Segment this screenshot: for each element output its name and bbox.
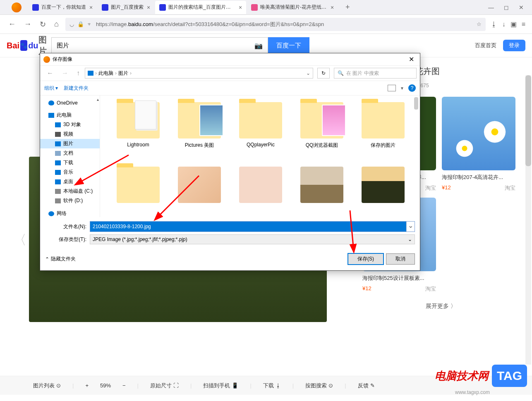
zoom-out-button[interactable]: − <box>122 382 126 389</box>
save-page-icon[interactable]: ⭳ <box>491 21 497 28</box>
shield-icon[interactable]: ◡ <box>69 21 74 27</box>
close-icon[interactable]: × <box>147 4 150 11</box>
downloads-icon[interactable]: ↓ <box>502 21 506 28</box>
cancel-button[interactable]: 取消 <box>386 253 415 265</box>
chevron-down-icon[interactable]: ⌄ <box>406 222 415 232</box>
file-item[interactable] <box>108 165 169 217</box>
address-bar[interactable]: ◡ 🔒 ᯤ https://image.baidu.com/search/det… <box>65 18 486 31</box>
sidebar-downloads[interactable]: 下载 <box>40 158 100 167</box>
file-item[interactable]: 保存的图片 <box>352 100 414 165</box>
scrollbar[interactable] <box>414 97 418 110</box>
hide-folders-toggle[interactable]: ⌃ 隐藏文件夹 <box>45 255 76 263</box>
filetype-select[interactable]: JPEG Image (*.jpg;*.jpeg;*.jfif;*.pjpeg;… <box>90 234 415 244</box>
view-mode-button[interactable] <box>388 85 396 91</box>
file-item[interactable]: Lightroom <box>108 100 169 165</box>
scan-mobile-button[interactable]: 扫描到手机 📱 <box>203 382 238 389</box>
sidebar-video[interactable]: 视频 <box>40 129 100 139</box>
reload-button[interactable]: ↻ <box>38 18 48 31</box>
dialog-sidebar: ▴ OneDrive 此电脑 3D 对象 视频 图片 文档 下载 音乐 桌面 本… <box>40 95 100 217</box>
baidu-home-link[interactable]: 百度首页 <box>475 42 496 49</box>
filename-input[interactable]: 210402103339-8-1200.jpg <box>90 222 406 232</box>
camera-icon[interactable]: 📷 <box>249 42 268 50</box>
file-item[interactable] <box>352 165 414 217</box>
permissions-icon[interactable]: ᯤ <box>87 21 93 27</box>
close-icon[interactable]: × <box>331 4 334 11</box>
save-button[interactable]: 保存(S) <box>348 253 383 265</box>
file-item[interactable] <box>291 165 352 217</box>
back-button[interactable]: ← <box>7 18 17 30</box>
tab-2[interactable]: 图片的搜索结果_百度图片搜索 × <box>155 1 246 14</box>
baidu-logo[interactable]: Bai🐾du图片 <box>7 38 48 53</box>
nav-up-button[interactable]: ↑ <box>73 68 83 79</box>
dialog-search-input[interactable]: 🔍 在 图片 中搜索 <box>334 68 417 79</box>
sidebar-onedrive[interactable]: OneDrive <box>40 99 100 107</box>
bookmark-icon[interactable]: ☆ <box>477 21 482 27</box>
file-item[interactable] <box>230 165 291 217</box>
tab-1[interactable]: 图片_百度搜索 × <box>98 1 154 14</box>
login-button[interactable]: 登录 <box>503 40 525 51</box>
scroll-up-icon[interactable]: ▴ <box>97 97 99 102</box>
search-box: 📷 <box>51 37 268 54</box>
organize-button[interactable]: 组织 ▾ <box>44 85 58 92</box>
sidebar-disk-d[interactable]: 软件 (D:) <box>40 196 100 205</box>
folder-icon <box>117 102 160 138</box>
search-by-image-button[interactable]: 按图搜索 ⊙ <box>305 382 333 389</box>
image-list-button[interactable]: 图片列表 ⊙ <box>33 382 61 389</box>
menu-icon[interactable]: ≡ <box>522 21 525 28</box>
feedback-button[interactable]: 反馈 ✎ <box>358 382 375 389</box>
sidebar-pc[interactable]: 此电脑 <box>40 110 100 120</box>
sidebar-music[interactable]: 音乐 <box>40 167 100 177</box>
sidebar-network[interactable]: 网络 <box>40 209 100 217</box>
chevron-down-icon[interactable]: ▼ <box>400 86 404 91</box>
tab-3[interactable]: 唯美高清雏菊图片-花卉壁纸-高 × <box>247 1 338 14</box>
close-icon[interactable]: × <box>89 4 93 11</box>
sidebar-pictures[interactable]: 图片 <box>40 139 100 148</box>
maximize-icon[interactable]: ◻ <box>504 4 509 11</box>
watermark-text: 电脑技术网 <box>435 369 489 383</box>
chevron-down-icon[interactable]: ⌄ <box>306 70 310 76</box>
help-icon[interactable]: ? <box>408 84 416 92</box>
sidebar-disk-c[interactable]: 本地磁盘 (C:) <box>40 186 100 196</box>
minimize-icon[interactable]: — <box>488 4 494 11</box>
refresh-button[interactable]: ↻ <box>317 68 330 79</box>
image-thumb <box>239 167 282 203</box>
new-folder-button[interactable]: 新建文件夹 <box>64 85 89 92</box>
original-size-button[interactable]: 原始尺寸 ⛶ <box>150 382 179 389</box>
related-item[interactable]: 海报印制207-4高清花卉... ¥12淘宝 <box>442 97 515 192</box>
breadcrumb[interactable]: › 此电脑 › 图片 › ⌄ <box>85 68 313 79</box>
dialog-footer: 文件名(N): 210402103339-8-1200.jpg ⌄ 保存类型(T… <box>40 217 420 249</box>
breadcrumb-item[interactable]: 图片 <box>118 70 128 77</box>
sidebar-desktop[interactable]: 桌面 <box>40 177 100 186</box>
nav-back-button[interactable]: ← <box>43 68 57 79</box>
download-button[interactable]: 下载 ⭳ <box>263 382 281 389</box>
prev-image-button[interactable]: 〈 <box>13 231 26 249</box>
logo-bai: Bai <box>7 41 19 50</box>
close-window-icon[interactable]: ✕ <box>519 4 524 11</box>
dialog-toolbar: 组织 ▾ 新建文件夹 ▼ ? <box>40 81 420 95</box>
sidebar-documents[interactable]: 文档 <box>40 148 100 158</box>
file-item[interactable]: QQplayerPic <box>230 100 291 165</box>
nav-forward-button[interactable]: → <box>58 68 72 79</box>
home-button[interactable]: ⌂ <box>53 18 60 30</box>
search-button[interactable]: 百度一下 <box>268 37 309 54</box>
sidebar-3d[interactable]: 3D 对象 <box>40 120 100 129</box>
favicon-icon <box>159 4 166 11</box>
lock-icon[interactable]: 🔒 <box>77 21 84 27</box>
dialog-actions: ⌃ 隐藏文件夹 保存(S) 取消 <box>40 249 420 270</box>
file-item[interactable]: QQ浏览器截图 <box>291 100 352 165</box>
file-item[interactable] <box>169 165 230 217</box>
extensions-icon[interactable]: ▣ <box>510 20 517 28</box>
close-icon[interactable]: × <box>239 4 242 11</box>
new-tab-button[interactable]: + <box>342 1 353 13</box>
search-input[interactable] <box>52 38 249 53</box>
baidu-header-right: 百度首页 登录 <box>475 40 525 51</box>
tab-0[interactable]: 百度一下，你就知道 × <box>28 1 97 14</box>
expand-more-link[interactable]: 展开更多 〉 <box>362 303 520 310</box>
forward-button[interactable]: → <box>22 18 33 30</box>
page-scrollbar[interactable] <box>525 75 531 365</box>
shop: 淘宝 <box>425 184 436 192</box>
dialog-close-button[interactable]: ✕ <box>406 55 417 63</box>
zoom-in-button[interactable]: + <box>85 382 89 389</box>
file-item[interactable]: Pictures 美图 <box>169 100 230 165</box>
breadcrumb-item[interactable]: 此电脑 <box>98 70 113 77</box>
